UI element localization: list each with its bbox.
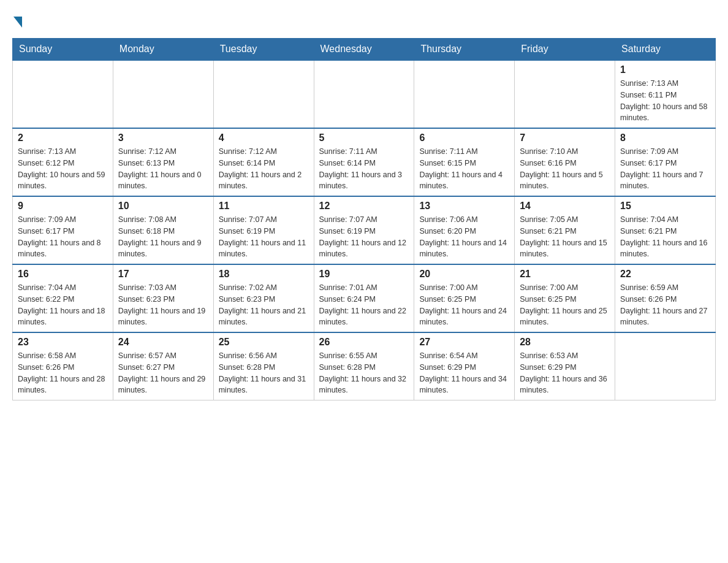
day-number: 14 — [520, 201, 610, 212]
calendar-cell: 12Sunrise: 7:07 AMSunset: 6:19 PMDayligh… — [314, 196, 414, 264]
calendar-cell: 4Sunrise: 7:12 AMSunset: 6:14 PMDaylight… — [213, 128, 314, 196]
day-number: 6 — [419, 132, 509, 144]
day-number: 21 — [520, 269, 610, 280]
day-info: Sunrise: 6:57 AMSunset: 6:27 PMDaylight:… — [118, 350, 208, 396]
day-number: 8 — [620, 132, 710, 144]
day-info: Sunrise: 7:10 AMSunset: 6:16 PMDaylight:… — [520, 146, 610, 192]
day-info: Sunrise: 7:01 AMSunset: 6:24 PMDaylight:… — [319, 282, 409, 328]
day-info: Sunrise: 6:58 AMSunset: 6:26 PMDaylight:… — [18, 350, 108, 396]
calendar-cell — [515, 60, 615, 128]
calendar-cell — [113, 60, 213, 128]
day-info: Sunrise: 7:13 AMSunset: 6:12 PMDaylight:… — [18, 146, 108, 192]
day-info: Sunrise: 7:09 AMSunset: 6:17 PMDaylight:… — [18, 214, 108, 260]
calendar-cell: 5Sunrise: 7:11 AMSunset: 6:14 PMDaylight… — [314, 128, 414, 196]
calendar-cell: 21Sunrise: 7:00 AMSunset: 6:25 PMDayligh… — [515, 264, 615, 332]
day-number: 25 — [219, 337, 309, 348]
day-info: Sunrise: 7:04 AMSunset: 6:21 PMDaylight:… — [620, 214, 710, 260]
day-info: Sunrise: 6:59 AMSunset: 6:26 PMDaylight:… — [620, 282, 710, 328]
page-header — [12, 12, 716, 32]
calendar-table: SundayMondayTuesdayWednesdayThursdayFrid… — [12, 38, 716, 400]
day-info: Sunrise: 6:55 AMSunset: 6:28 PMDaylight:… — [319, 350, 409, 396]
day-info: Sunrise: 7:09 AMSunset: 6:17 PMDaylight:… — [620, 146, 710, 192]
calendar-cell: 26Sunrise: 6:55 AMSunset: 6:28 PMDayligh… — [314, 332, 414, 400]
calendar-cell: 10Sunrise: 7:08 AMSunset: 6:18 PMDayligh… — [113, 196, 213, 264]
calendar-cell — [615, 332, 716, 400]
calendar-cell: 2Sunrise: 7:13 AMSunset: 6:12 PMDaylight… — [13, 128, 113, 196]
day-info: Sunrise: 7:00 AMSunset: 6:25 PMDaylight:… — [520, 282, 610, 328]
calendar-week-row: 16Sunrise: 7:04 AMSunset: 6:22 PMDayligh… — [13, 264, 716, 332]
calendar-cell: 17Sunrise: 7:03 AMSunset: 6:23 PMDayligh… — [113, 264, 213, 332]
calendar-cell: 15Sunrise: 7:04 AMSunset: 6:21 PMDayligh… — [615, 196, 716, 264]
calendar-cell: 6Sunrise: 7:11 AMSunset: 6:15 PMDaylight… — [414, 128, 515, 196]
day-number: 27 — [419, 337, 509, 348]
day-info: Sunrise: 7:05 AMSunset: 6:21 PMDaylight:… — [520, 214, 610, 260]
calendar-cell: 20Sunrise: 7:00 AMSunset: 6:25 PMDayligh… — [414, 264, 515, 332]
calendar-cell: 18Sunrise: 7:02 AMSunset: 6:23 PMDayligh… — [213, 264, 314, 332]
day-number: 22 — [620, 269, 710, 280]
day-number: 4 — [219, 132, 309, 144]
logo-arrow-icon — [13, 17, 22, 28]
calendar-cell: 8Sunrise: 7:09 AMSunset: 6:17 PMDaylight… — [615, 128, 716, 196]
calendar-cell: 16Sunrise: 7:04 AMSunset: 6:22 PMDayligh… — [13, 264, 113, 332]
day-number: 7 — [520, 132, 610, 144]
calendar-cell: 25Sunrise: 6:56 AMSunset: 6:28 PMDayligh… — [213, 332, 314, 400]
calendar-cell: 22Sunrise: 6:59 AMSunset: 6:26 PMDayligh… — [615, 264, 716, 332]
day-info: Sunrise: 7:11 AMSunset: 6:15 PMDaylight:… — [419, 146, 509, 192]
day-number: 2 — [18, 132, 108, 144]
day-info: Sunrise: 7:12 AMSunset: 6:14 PMDaylight:… — [219, 146, 309, 192]
day-number: 19 — [319, 269, 409, 280]
calendar-week-row: 9Sunrise: 7:09 AMSunset: 6:17 PMDaylight… — [13, 196, 716, 264]
day-info: Sunrise: 7:03 AMSunset: 6:23 PMDaylight:… — [118, 282, 208, 328]
weekday-header-saturday: Saturday — [615, 39, 716, 61]
day-number: 20 — [419, 269, 509, 280]
weekday-header-thursday: Thursday — [414, 39, 515, 61]
day-number: 5 — [319, 132, 409, 144]
calendar-week-row: 1Sunrise: 7:13 AMSunset: 6:11 PMDaylight… — [13, 60, 716, 128]
calendar-cell: 1Sunrise: 7:13 AMSunset: 6:11 PMDaylight… — [615, 60, 716, 128]
weekday-header-friday: Friday — [515, 39, 615, 61]
calendar-cell: 13Sunrise: 7:06 AMSunset: 6:20 PMDayligh… — [414, 196, 515, 264]
day-info: Sunrise: 7:06 AMSunset: 6:20 PMDaylight:… — [419, 214, 509, 260]
calendar-cell — [213, 60, 314, 128]
day-number: 17 — [118, 269, 208, 280]
day-number: 16 — [18, 269, 108, 280]
day-info: Sunrise: 7:02 AMSunset: 6:23 PMDaylight:… — [219, 282, 309, 328]
calendar-cell: 24Sunrise: 6:57 AMSunset: 6:27 PMDayligh… — [113, 332, 213, 400]
logo — [12, 12, 23, 32]
calendar-cell: 11Sunrise: 7:07 AMSunset: 6:19 PMDayligh… — [213, 196, 314, 264]
calendar-cell: 28Sunrise: 6:53 AMSunset: 6:29 PMDayligh… — [515, 332, 615, 400]
calendar-cell: 3Sunrise: 7:12 AMSunset: 6:13 PMDaylight… — [113, 128, 213, 196]
day-number: 11 — [219, 201, 309, 212]
calendar-cell: 19Sunrise: 7:01 AMSunset: 6:24 PMDayligh… — [314, 264, 414, 332]
calendar-cell: 7Sunrise: 7:10 AMSunset: 6:16 PMDaylight… — [515, 128, 615, 196]
calendar-cell — [13, 60, 113, 128]
day-info: Sunrise: 7:08 AMSunset: 6:18 PMDaylight:… — [118, 214, 208, 260]
day-info: Sunrise: 7:07 AMSunset: 6:19 PMDaylight:… — [219, 214, 309, 260]
day-number: 3 — [118, 132, 208, 144]
day-info: Sunrise: 6:54 AMSunset: 6:29 PMDaylight:… — [419, 350, 509, 396]
calendar-week-row: 23Sunrise: 6:58 AMSunset: 6:26 PMDayligh… — [13, 332, 716, 400]
weekday-header-row: SundayMondayTuesdayWednesdayThursdayFrid… — [13, 39, 716, 61]
weekday-header-monday: Monday — [113, 39, 213, 61]
weekday-header-wednesday: Wednesday — [314, 39, 414, 61]
calendar-cell — [414, 60, 515, 128]
day-info: Sunrise: 7:04 AMSunset: 6:22 PMDaylight:… — [18, 282, 108, 328]
day-number: 28 — [520, 337, 610, 348]
day-info: Sunrise: 7:13 AMSunset: 6:11 PMDaylight:… — [620, 78, 710, 124]
day-number: 23 — [18, 337, 108, 348]
day-number: 1 — [620, 64, 710, 75]
day-info: Sunrise: 7:07 AMSunset: 6:19 PMDaylight:… — [319, 214, 409, 260]
day-number: 13 — [419, 201, 509, 212]
day-number: 12 — [319, 201, 409, 212]
weekday-header-tuesday: Tuesday — [213, 39, 314, 61]
day-info: Sunrise: 7:11 AMSunset: 6:14 PMDaylight:… — [319, 146, 409, 192]
day-number: 24 — [118, 337, 208, 348]
day-info: Sunrise: 7:00 AMSunset: 6:25 PMDaylight:… — [419, 282, 509, 328]
day-number: 9 — [18, 201, 108, 212]
calendar-cell: 14Sunrise: 7:05 AMSunset: 6:21 PMDayligh… — [515, 196, 615, 264]
day-info: Sunrise: 6:56 AMSunset: 6:28 PMDaylight:… — [219, 350, 309, 396]
calendar-cell: 9Sunrise: 7:09 AMSunset: 6:17 PMDaylight… — [13, 196, 113, 264]
day-number: 18 — [219, 269, 309, 280]
calendar-cell: 27Sunrise: 6:54 AMSunset: 6:29 PMDayligh… — [414, 332, 515, 400]
day-number: 10 — [118, 201, 208, 212]
